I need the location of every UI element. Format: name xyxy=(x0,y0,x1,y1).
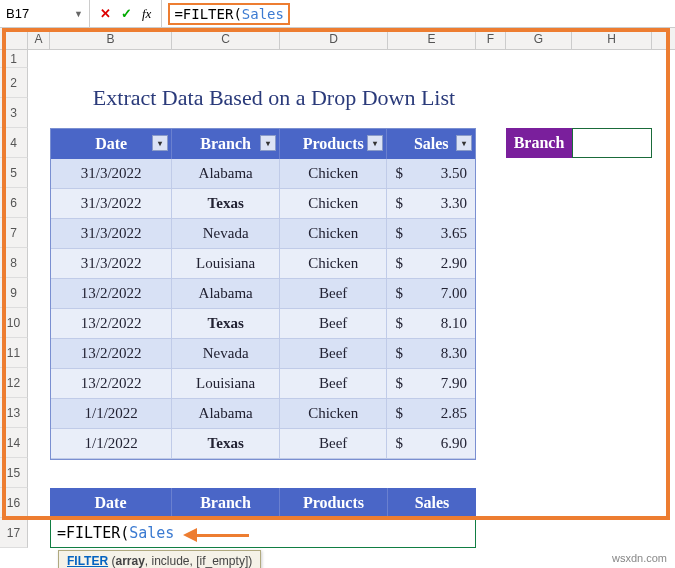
cell-branch[interactable]: Alabama xyxy=(172,279,280,309)
table-row[interactable]: 1/1/2022TexasBeef$6.90 xyxy=(51,429,475,459)
cell-branch[interactable]: Alabama xyxy=(172,399,280,429)
row-header[interactable]: 17 xyxy=(0,518,28,548)
row-header[interactable]: 10 xyxy=(0,308,28,338)
cell-date[interactable]: 31/3/2022 xyxy=(51,219,172,249)
row-header[interactable]: 1 xyxy=(0,50,28,68)
cell-date[interactable]: 1/1/2022 xyxy=(51,399,172,429)
col-header-E[interactable]: E xyxy=(388,28,476,49)
col-header-G[interactable]: G xyxy=(506,28,572,49)
cell-branch[interactable]: Alabama xyxy=(172,159,280,189)
cell-date[interactable]: 31/3/2022 xyxy=(51,159,172,189)
col-header-H[interactable]: H xyxy=(572,28,652,49)
cell-product[interactable]: Chicken xyxy=(280,189,388,219)
cell-product[interactable]: Beef xyxy=(280,279,388,309)
fx-icon[interactable]: fx xyxy=(142,6,151,22)
row-header[interactable]: 12 xyxy=(0,368,28,398)
cell-branch[interactable]: Texas xyxy=(172,309,280,339)
table-row[interactable]: 13/2/2022LouisianaBeef$7.90 xyxy=(51,369,475,399)
col-header-F[interactable]: F xyxy=(476,28,506,49)
name-box-dropdown-icon[interactable]: ▼ xyxy=(74,9,83,19)
cell-branch[interactable]: Nevada xyxy=(172,339,280,369)
row-header[interactable]: 4 xyxy=(0,128,28,158)
cell-product[interactable]: Chicken xyxy=(280,159,388,189)
cell-product[interactable]: Beef xyxy=(280,429,388,459)
col-products-header[interactable]: Products ▾ xyxy=(280,129,388,159)
cell-date[interactable]: 31/3/2022 xyxy=(51,249,172,279)
cell-date[interactable]: 31/3/2022 xyxy=(51,189,172,219)
select-all-corner[interactable] xyxy=(0,28,28,49)
row-header[interactable]: 8 xyxy=(0,248,28,278)
cell-sales[interactable]: $6.90 xyxy=(387,429,475,459)
table-row[interactable]: 1/1/2022AlabamaChicken$2.85 xyxy=(51,399,475,429)
table-row[interactable]: 13/2/2022NevadaBeef$8.30 xyxy=(51,339,475,369)
cell-branch[interactable]: Texas xyxy=(172,189,280,219)
active-cell-b17[interactable]: =FILTER(Sales xyxy=(50,518,476,548)
col-header-A[interactable]: A xyxy=(28,28,50,49)
name-box[interactable]: B17 ▼ xyxy=(0,0,90,27)
cell-sales[interactable]: $3.30 xyxy=(387,189,475,219)
col-sales-header[interactable]: Sales ▾ xyxy=(387,129,475,159)
col-date-header[interactable]: Date xyxy=(50,488,172,518)
row-header[interactable]: 14 xyxy=(0,428,28,458)
cell-sales[interactable]: $3.50 xyxy=(387,159,475,189)
filter-dropdown-icon[interactable]: ▾ xyxy=(152,135,168,151)
confirm-icon[interactable]: ✓ xyxy=(121,6,132,21)
cell-date[interactable]: 1/1/2022 xyxy=(51,429,172,459)
cell-sales[interactable]: $2.90 xyxy=(387,249,475,279)
col-products-header[interactable]: Products xyxy=(280,488,388,518)
cell-product[interactable]: Chicken xyxy=(280,249,388,279)
table-row[interactable]: 13/2/2022TexasBeef$8.10 xyxy=(51,309,475,339)
table-row[interactable]: 31/3/2022LouisianaChicken$2.90 xyxy=(51,249,475,279)
col-header-B[interactable]: B xyxy=(50,28,172,49)
cancel-icon[interactable]: ✕ xyxy=(100,6,111,21)
cell-date[interactable]: 13/2/2022 xyxy=(51,279,172,309)
cell-grid[interactable]: Extract Data Based on a Drop Down List D… xyxy=(28,50,675,548)
cell-sales[interactable]: $7.00 xyxy=(387,279,475,309)
filter-dropdown-icon[interactable]: ▾ xyxy=(456,135,472,151)
table-row[interactable]: 31/3/2022AlabamaChicken$3.50 xyxy=(51,159,475,189)
cell-sales[interactable]: $2.85 xyxy=(387,399,475,429)
cell-date[interactable]: 13/2/2022 xyxy=(51,339,172,369)
col-header-D[interactable]: D xyxy=(280,28,388,49)
col-date-header[interactable]: Date ▾ xyxy=(51,129,172,159)
formula-bar: B17 ▼ ✕ ✓ fx =FILTER(Sales xyxy=(0,0,675,28)
formula-input[interactable]: =FILTER(Sales xyxy=(162,0,675,27)
cell-product[interactable]: Beef xyxy=(280,369,388,399)
cell-branch[interactable]: Louisiana xyxy=(172,369,280,399)
cell-product[interactable]: Beef xyxy=(280,309,388,339)
cell-sales[interactable]: $7.90 xyxy=(387,369,475,399)
row-header[interactable]: 6 xyxy=(0,188,28,218)
row-header[interactable]: 16 xyxy=(0,488,28,518)
cell-branch[interactable]: Texas xyxy=(172,429,280,459)
col-header-C[interactable]: C xyxy=(172,28,280,49)
row-header[interactable]: 11 xyxy=(0,338,28,368)
cell-product[interactable]: Chicken xyxy=(280,219,388,249)
row-header[interactable]: 5 xyxy=(0,158,28,188)
cell-branch[interactable]: Louisiana xyxy=(172,249,280,279)
tooltip-function-name[interactable]: FILTER xyxy=(67,554,108,568)
row-header[interactable]: 3 xyxy=(0,98,28,128)
cell-date[interactable]: 13/2/2022 xyxy=(51,369,172,399)
branch-dropdown-cell[interactable] xyxy=(572,128,652,158)
col-branch-header[interactable]: Branch ▾ xyxy=(172,129,280,159)
filter-dropdown-icon[interactable]: ▾ xyxy=(260,135,276,151)
cell-sales[interactable]: $8.30 xyxy=(387,339,475,369)
row-header[interactable]: 9 xyxy=(0,278,28,308)
cell-branch[interactable]: Nevada xyxy=(172,219,280,249)
cell-product[interactable]: Chicken xyxy=(280,399,388,429)
filter-dropdown-icon[interactable]: ▾ xyxy=(367,135,383,151)
col-sales-header[interactable]: Sales xyxy=(388,488,476,518)
cell-product[interactable]: Beef xyxy=(280,339,388,369)
table-row[interactable]: 13/2/2022AlabamaBeef$7.00 xyxy=(51,279,475,309)
function-tooltip[interactable]: FILTER (array, include, [if_empty]) xyxy=(58,550,261,568)
row-header[interactable]: 7 xyxy=(0,218,28,248)
row-header[interactable]: 2 xyxy=(0,68,28,98)
cell-sales[interactable]: $3.65 xyxy=(387,219,475,249)
col-branch-header[interactable]: Branch xyxy=(172,488,280,518)
table-row[interactable]: 31/3/2022NevadaChicken$3.65 xyxy=(51,219,475,249)
row-header[interactable]: 15 xyxy=(0,458,28,488)
cell-sales[interactable]: $8.10 xyxy=(387,309,475,339)
cell-date[interactable]: 13/2/2022 xyxy=(51,309,172,339)
row-header[interactable]: 13 xyxy=(0,398,28,428)
table-row[interactable]: 31/3/2022TexasChicken$3.30 xyxy=(51,189,475,219)
